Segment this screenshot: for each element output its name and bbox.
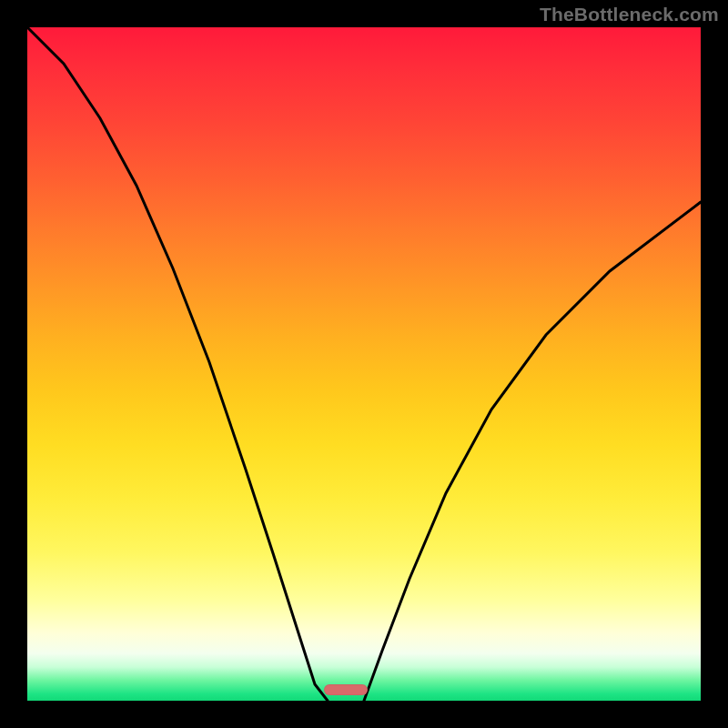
optimal-range-marker [324,684,368,695]
chart-frame: TheBottleneck.com [0,0,728,728]
plot-area [27,27,701,701]
watermark-text: TheBottleneck.com [540,4,719,25]
curve-layer [27,27,701,701]
bottleneck-curve-right [364,202,701,701]
bottleneck-curve-left [27,27,328,701]
